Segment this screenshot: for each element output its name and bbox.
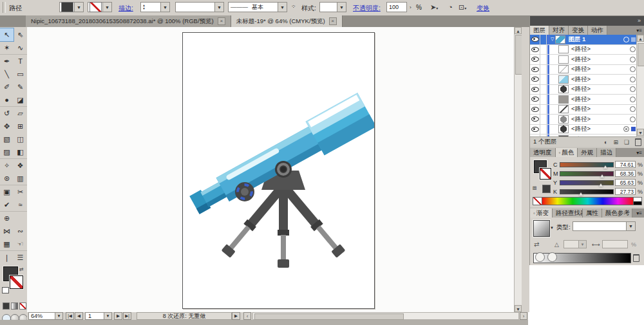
artboard-tool[interactable]: ▣ (0, 185, 14, 198)
pen-tool[interactable]: ✒ (0, 54, 14, 68)
previous-artboard-button[interactable]: ◀ (75, 312, 83, 320)
delete-stop-icon[interactable] (633, 254, 639, 262)
chevron-down-icon[interactable]: ▼ (626, 222, 635, 230)
scroll-down-icon[interactable]: ▼ (637, 129, 644, 136)
column-graph-tool[interactable]: ▥ (14, 172, 27, 185)
symbol-options-icon[interactable]: ⊡▾ (459, 3, 466, 12)
panel-menu-icon[interactable]: ▾≡ (634, 26, 644, 35)
eye-icon[interactable] (531, 116, 539, 122)
stroke-link[interactable]: 描边: (118, 4, 133, 13)
flatten-tool[interactable]: ☰ (14, 250, 27, 264)
panel-tab[interactable]: 透明度 (530, 148, 556, 157)
rectangle-tool[interactable]: ▭ (14, 68, 27, 80)
panel-tab[interactable]: 属性 (583, 209, 602, 218)
artboard[interactable] (182, 32, 375, 309)
eraser-tool[interactable]: ◪ (14, 93, 27, 106)
layer-thumbnail[interactable] (558, 85, 569, 93)
layer-label[interactable]: <路径> (571, 85, 591, 93)
panel-tab[interactable]: 外观 (578, 148, 597, 157)
chevron-down-icon[interactable]: ▼ (160, 3, 169, 12)
scale-tool[interactable]: ▱ (14, 106, 27, 120)
last-artboard-button[interactable]: ▶| (123, 312, 131, 320)
scroll-up-icon[interactable]: ▲ (515, 27, 522, 34)
panel-tab[interactable]: 颜色参考 (602, 209, 632, 218)
swap-fill-stroke-icon[interactable]: ⇄ (19, 266, 24, 272)
rotate-view-tool[interactable]: ⊕ (0, 211, 14, 225)
angle-input[interactable]: ▼ (564, 240, 587, 248)
document-tab[interactable]: 未标题-19* @ 64% (CMYK/预览) × (231, 15, 343, 27)
eye-icon[interactable] (531, 67, 539, 72)
channel-slider-track[interactable] (560, 180, 614, 185)
layer-row[interactable]: ▽ <路径> (530, 55, 644, 65)
eye-icon[interactable] (531, 127, 539, 132)
eye-icon[interactable] (531, 107, 539, 112)
stroke-color-well[interactable] (10, 275, 23, 289)
reverse-gradient-icon[interactable]: ⇄ (534, 241, 539, 248)
visibility-cell[interactable] (530, 55, 540, 64)
layer-thumbnail[interactable] (558, 45, 569, 53)
visibility-cell[interactable] (530, 105, 540, 115)
gradient-preview-swatch[interactable] (533, 220, 550, 237)
panel-tab[interactable]: 对齐 (549, 26, 569, 35)
control-bar-grip[interactable] (3, 2, 6, 13)
blob-brush-tool[interactable]: ● (0, 93, 14, 106)
chevron-down-icon[interactable]: ▼ (278, 3, 287, 12)
document-tab[interactable]: Nipic_10673188_20180306153508872038.ai* … (26, 15, 231, 27)
layer-row[interactable]: ▽ <路径> (530, 65, 644, 75)
channel-slider-track[interactable] (560, 171, 614, 176)
scroll-right-icon[interactable]: › (520, 312, 527, 320)
paintbrush-tool[interactable]: ✐ (0, 80, 14, 93)
stroke-proxy-swatch[interactable] (540, 168, 551, 180)
gamut-swatch[interactable] (542, 185, 551, 193)
visibility-cell[interactable] (530, 95, 540, 104)
pencil-tool[interactable]: ✎ (14, 80, 27, 93)
target-circle-icon[interactable] (630, 66, 636, 72)
lock-cell[interactable] (540, 65, 547, 75)
channel-slider-track[interactable] (560, 189, 614, 194)
gradient-tool[interactable]: ◧ (14, 145, 27, 158)
lock-cell[interactable] (540, 85, 547, 95)
lock-cell[interactable] (540, 105, 547, 115)
black-white-swatches[interactable] (633, 198, 641, 205)
chevron-down-icon[interactable]: ▼ (337, 3, 346, 12)
grid-tool[interactable]: ▦ (0, 237, 14, 250)
horizontal-scroll-thumb[interactable] (254, 313, 404, 320)
measure-tool[interactable]: ❘ (0, 250, 14, 264)
tool-button[interactable] (14, 211, 27, 225)
panel-menu-icon[interactable]: ▾≡ (634, 148, 644, 157)
slider-thumb[interactable] (603, 165, 607, 169)
chevron-down-icon[interactable]: ▼ (55, 313, 62, 319)
next-artboard-button[interactable]: ▶ (114, 312, 122, 320)
target-circle-icon[interactable] (630, 86, 636, 92)
stepper-arrows-icon[interactable]: ▲▼ (141, 4, 147, 10)
panel-tab[interactable]: 图层 (530, 26, 549, 35)
warp-tool[interactable]: ≈ (14, 198, 27, 211)
eyedropper-tool[interactable]: ✧ (0, 158, 14, 172)
color-mode-button[interactable] (3, 302, 10, 310)
channel-value-input[interactable]: 65.63 (615, 179, 636, 186)
free-transform-tool[interactable]: ⊞ (14, 120, 27, 133)
target-circle-icon[interactable] (630, 46, 636, 52)
layer-thumbnail[interactable] (558, 95, 569, 104)
aspect-ratio-input[interactable] (602, 240, 628, 248)
selection-indicator[interactable] (631, 37, 636, 42)
blend-tool[interactable]: ❖ (14, 158, 27, 172)
lock-cell[interactable] (540, 125, 547, 135)
fill-color-dropdown[interactable]: ▼ (59, 2, 84, 12)
lock-cell[interactable] (540, 95, 547, 104)
recolor-icon[interactable]: ◔ (448, 3, 453, 11)
none-mode-button[interactable] (19, 302, 26, 310)
channel-value-input[interactable]: 27.73 (615, 188, 636, 195)
width-tool[interactable]: ✥ (0, 120, 14, 133)
layer-row[interactable]: ▽ <路径> (530, 45, 644, 55)
opacity-input[interactable]: 100 (386, 2, 407, 12)
expand-triangle-icon[interactable]: ▽ (551, 37, 554, 42)
visibility-cell[interactable] (530, 75, 540, 84)
chevron-down-icon[interactable]: ▼ (550, 226, 554, 230)
make-clip-mask-icon[interactable]: ◐ (604, 139, 607, 145)
selection-indicator[interactable] (631, 127, 636, 131)
panel-tab[interactable]: 变换 (569, 26, 588, 35)
chevron-down-icon[interactable]: ▼ (74, 3, 83, 12)
opacity-link[interactable]: 不透明度: (353, 4, 381, 13)
layer-row[interactable]: ▽ <路径> (530, 75, 644, 85)
